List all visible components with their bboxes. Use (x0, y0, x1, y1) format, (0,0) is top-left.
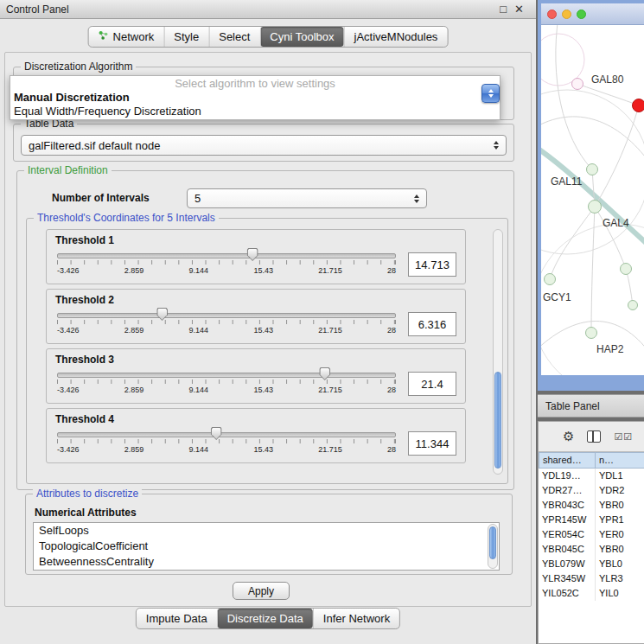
slider-track[interactable] (57, 313, 396, 318)
table-cell[interactable]: YDL1 (596, 469, 644, 483)
algorithm-combo-stepper[interactable] (481, 84, 500, 103)
table-cell[interactable]: YBL0 (596, 557, 644, 571)
threshold-value-field[interactable]: 11.344 (408, 431, 456, 456)
table-cell[interactable]: YPR145W (539, 513, 596, 527)
attribute-list-item[interactable]: TopologicalCoefficient (34, 539, 499, 554)
tab-impute-data[interactable]: Impute Data (137, 609, 217, 628)
slider-track[interactable] (57, 432, 396, 437)
scrollbar-thumb[interactable] (489, 526, 496, 559)
slider-thumb[interactable] (211, 427, 222, 440)
minimize-traffic-light-icon[interactable] (562, 10, 571, 19)
threshold-slider[interactable]: -3.4262.8599.14415.4321.71528 (57, 308, 396, 341)
network-node[interactable] (632, 99, 644, 112)
table-row[interactable]: YBR043CYBR0 (539, 498, 644, 513)
slider-ticks (57, 260, 396, 265)
network-node[interactable] (588, 200, 602, 214)
network-node[interactable] (585, 327, 597, 339)
table-panel-header: Table Panel (538, 394, 644, 418)
table-cell[interactable]: YDL19… (539, 469, 596, 483)
slider-thumb[interactable] (319, 367, 330, 380)
network-node[interactable] (571, 78, 583, 90)
network-window-titlebar (541, 3, 644, 25)
table-cell[interactable]: YBR0 (596, 498, 644, 513)
scrollbar-thumb[interactable] (494, 372, 501, 469)
tab-select[interactable]: Select (208, 27, 259, 47)
slider-track[interactable] (57, 373, 396, 378)
columns-icon[interactable] (587, 430, 601, 443)
slider-thumb[interactable] (156, 308, 168, 321)
apply-button[interactable]: Apply (233, 582, 290, 600)
select-columns-checkboxes-icon[interactable]: ☑☑ (614, 431, 633, 443)
network-node[interactable] (544, 273, 556, 285)
table-cell[interactable]: YDR2 (596, 483, 644, 498)
tab-style[interactable]: Style (163, 27, 208, 47)
attribute-list-item[interactable]: SelfLoops (34, 523, 499, 539)
threshold-label: Threshold 2 (47, 290, 465, 306)
table-cell[interactable]: YBL079W (539, 557, 596, 571)
table-cell[interactable]: YBR0 (596, 542, 644, 557)
slider-thumb[interactable] (247, 248, 258, 261)
threshold-label: Threshold 3 (47, 349, 465, 366)
thresholds-group-title: Threshold's Coordinates for 5 Intervals (34, 212, 219, 224)
slider-track[interactable] (57, 253, 396, 258)
algorithm-dropdown-popup: Select algorithm to view settings Manual… (10, 75, 501, 120)
algorithm-option[interactable]: Equal Width/Frequency Discretization (10, 105, 500, 118)
network-node[interactable] (620, 263, 632, 275)
tab-discretize-data[interactable]: Discretize Data (217, 609, 313, 628)
threshold-panel: Threshold 1 -3.4262.8599.14415.4321.7152… (46, 229, 466, 284)
thresholds-scrollbar[interactable] (493, 229, 503, 475)
threshold-slider[interactable]: -3.4262.8599.14415.4321.71528 (57, 367, 396, 400)
column-header-name[interactable]: n… (596, 452, 644, 469)
table-cell[interactable]: YER0 (596, 527, 644, 542)
table-row[interactable]: YDR27…YDR2 (539, 483, 644, 498)
threshold-value-field[interactable]: 14.713 (408, 252, 456, 277)
number-of-intervals-value: 5 (194, 192, 201, 205)
attributes-scrollbar[interactable] (488, 524, 498, 569)
tab-infer-network[interactable]: Infer Network (313, 609, 399, 628)
node-label: GAL80 (591, 73, 623, 86)
table-cell[interactable]: YPR1 (596, 513, 644, 527)
table-row[interactable]: YDL19…YDL1 (539, 469, 644, 483)
algorithm-option[interactable]: Manual Discretization (10, 91, 500, 105)
table-data-combo[interactable]: galFiltered.sif default node (21, 135, 507, 156)
table-row[interactable]: YIL052CYIL0 (539, 586, 644, 601)
node-label: GAL11 (551, 175, 582, 188)
column-header-shared-name[interactable]: shared… (539, 452, 596, 469)
table-row[interactable]: YBR045CYBR0 (539, 542, 644, 557)
table-cell[interactable]: YLR3 (596, 571, 644, 586)
table-row[interactable]: YER054CYER0 (539, 527, 644, 542)
table-row[interactable]: YLR345WYLR3 (539, 571, 644, 586)
tab-cyni-toolbox[interactable]: Cyni Toolbox (259, 27, 343, 47)
threshold-slider[interactable]: -3.4262.8599.14415.4321.71528 (57, 427, 396, 460)
table-cell[interactable]: YIL0 (596, 586, 644, 601)
tab-network[interactable]: Network (89, 27, 164, 47)
threshold-value-field[interactable]: 21.4 (408, 372, 456, 396)
network-node[interactable] (628, 300, 638, 310)
combo-arrows-icon (488, 141, 499, 150)
table-row[interactable]: YPR145WYPR1 (539, 513, 644, 527)
threshold-slider[interactable]: -3.4262.8599.14415.4321.71528 (57, 248, 396, 281)
float-window-icon[interactable]: □ (500, 0, 507, 19)
table-cell[interactable]: YLR345W (539, 571, 596, 586)
thresholds-group: Threshold's Coordinates for 5 Intervals … (26, 218, 508, 484)
table-cell[interactable]: YER054C (539, 527, 596, 542)
attribute-list-item[interactable]: BetweennessCentrality (34, 554, 499, 570)
tick-label: 15.43 (253, 266, 273, 275)
zoom-traffic-light-icon[interactable] (577, 10, 586, 19)
table-cell[interactable]: YBR043C (539, 498, 596, 513)
table-row[interactable]: YBL079WYBL0 (539, 557, 644, 571)
table-cell[interactable]: YDR27… (539, 483, 596, 498)
table-cell[interactable]: YBR045C (539, 542, 596, 557)
table-cell[interactable]: YIL052C (539, 586, 596, 601)
network-canvas[interactable]: GAL80GAL11GAL4GCY1HAP2 (541, 25, 644, 375)
gear-icon[interactable]: ⚙ (563, 429, 574, 444)
number-of-intervals-combo[interactable]: 5 (187, 188, 427, 208)
tab-jactivemnodules[interactable]: jActiveMNodules (344, 27, 448, 47)
tick-label: 2.859 (124, 386, 144, 394)
close-traffic-light-icon[interactable] (547, 10, 557, 19)
close-window-icon[interactable]: ✕ (514, 0, 524, 19)
slider-ticks (57, 320, 396, 324)
table-header-row: shared… n… (539, 452, 644, 469)
network-node[interactable] (586, 163, 598, 175)
threshold-value-field[interactable]: 6.316 (408, 312, 456, 336)
